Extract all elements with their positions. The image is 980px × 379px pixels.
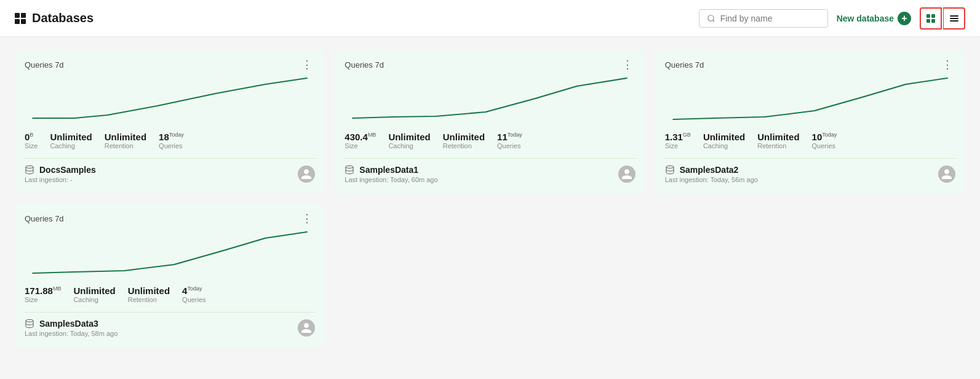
stat-queries: 10Today Queries xyxy=(812,132,837,150)
header-right: New database + xyxy=(699,7,965,30)
last-ingestion: Last ingestion: Today, 58m ago xyxy=(25,330,118,337)
size-value: 1.31GB xyxy=(665,132,691,142)
chart-area xyxy=(25,229,315,278)
stat-caching: Unlimited Caching xyxy=(73,285,115,303)
db-name-row: SamplesData3 xyxy=(25,319,118,329)
db-info: SamplesData1 Last ingestion: Today, 60m … xyxy=(345,165,437,183)
size-label: Size xyxy=(25,296,61,303)
avatar-icon xyxy=(300,168,313,180)
card-footer: SamplesData3 Last ingestion: Today, 58m … xyxy=(25,312,315,337)
stat-size: 0B Size xyxy=(25,132,38,150)
retention-value: Unlimited xyxy=(105,132,146,142)
size-label: Size xyxy=(345,142,376,150)
grid-view-button[interactable] xyxy=(920,7,942,30)
stat-caching: Unlimited Caching xyxy=(388,132,430,150)
avatar-icon xyxy=(621,168,633,180)
size-value: 0B xyxy=(25,132,38,142)
header: Databases New database + xyxy=(0,0,980,37)
card-header: Queries 7d ⋮ xyxy=(25,213,315,224)
header-left: Databases xyxy=(15,11,699,25)
db-card: Queries 7d ⋮ 171.88MB Size Unlimited Cac… xyxy=(15,203,325,347)
grid-view-icon xyxy=(926,14,935,23)
new-database-label: New database xyxy=(837,14,894,23)
queries-label: Queries xyxy=(159,142,184,150)
database-icon xyxy=(665,165,675,175)
avatar xyxy=(938,166,955,183)
db-info: SamplesData3 Last ingestion: Today, 58m … xyxy=(25,319,118,337)
chart-area xyxy=(25,75,315,124)
queries-value: 4Today xyxy=(182,285,206,296)
stat-size: 171.88MB Size xyxy=(25,285,61,303)
caching-value: Unlimited xyxy=(388,132,430,142)
db-card: Queries 7d ⋮ 0B Size Unlimited Caching U… xyxy=(15,49,325,193)
avatar-icon xyxy=(300,322,313,334)
more-options-button[interactable]: ⋮ xyxy=(299,213,315,224)
stats-row: 171.88MB Size Unlimited Caching Unlimite… xyxy=(25,285,315,303)
queries-label: Queries xyxy=(812,142,837,150)
svg-point-0 xyxy=(707,15,713,20)
search-input[interactable] xyxy=(720,14,820,23)
chart-svg xyxy=(25,229,315,278)
search-box[interactable] xyxy=(699,9,828,28)
avatar xyxy=(298,166,315,183)
avatar xyxy=(298,319,315,337)
stat-queries: 4Today Queries xyxy=(182,285,206,303)
chart-label: Queries 7d xyxy=(25,214,64,223)
stats-row: 1.31GB Size Unlimited Caching Unlimited … xyxy=(665,132,955,150)
queries-label: Queries xyxy=(497,142,522,150)
retention-value: Unlimited xyxy=(128,285,170,296)
db-name-row: DocsSamples xyxy=(25,165,96,175)
chart-svg xyxy=(25,75,315,124)
db-name[interactable]: SamplesData3 xyxy=(39,319,98,329)
stat-caching: Unlimited Caching xyxy=(703,132,745,150)
last-ingestion: Last ingestion: Today, 56m ago xyxy=(665,176,758,183)
database-icon xyxy=(345,165,354,175)
db-card: Queries 7d ⋮ 1.31GB Size Unlimited Cachi… xyxy=(655,49,965,193)
last-ingestion: Last ingestion: Today, 60m ago xyxy=(345,176,437,183)
stat-queries: 11Today Queries xyxy=(497,132,522,150)
card-header: Queries 7d ⋮ xyxy=(345,59,635,70)
card-header: Queries 7d ⋮ xyxy=(25,59,315,70)
chart-label: Queries 7d xyxy=(25,60,64,70)
retention-label: Retention xyxy=(443,142,485,150)
svg-line-1 xyxy=(712,20,714,22)
queries-label: Queries xyxy=(182,296,206,303)
avatar-icon xyxy=(941,168,953,180)
size-label: Size xyxy=(25,142,38,150)
queries-value: 18Today xyxy=(159,132,184,142)
db-name[interactable]: DocsSamples xyxy=(39,165,96,175)
stat-caching: Unlimited Caching xyxy=(50,132,92,150)
db-info: DocsSamples Last ingestion: - xyxy=(25,165,96,183)
stat-retention: Unlimited Retention xyxy=(757,132,799,150)
db-card: Queries 7d ⋮ 430.4MB Size Unlimited Cach… xyxy=(335,49,645,193)
svg-point-2 xyxy=(26,166,33,168)
more-options-button[interactable]: ⋮ xyxy=(299,59,315,70)
chart-label: Queries 7d xyxy=(665,60,704,70)
size-value: 430.4MB xyxy=(345,132,376,142)
grid-icon xyxy=(15,13,26,24)
retention-label: Retention xyxy=(128,296,170,303)
stat-retention: Unlimited Retention xyxy=(128,285,170,303)
db-info: SamplesData2 Last ingestion: Today, 56m … xyxy=(665,165,758,183)
size-value: 171.88MB xyxy=(25,285,61,296)
card-header: Queries 7d ⋮ xyxy=(665,59,955,70)
stat-retention: Unlimited Retention xyxy=(443,132,485,150)
main-content: Queries 7d ⋮ 0B Size Unlimited Caching U… xyxy=(0,37,980,359)
db-name-row: SamplesData1 xyxy=(345,165,437,175)
caching-label: Caching xyxy=(388,142,430,150)
queries-value: 10Today xyxy=(812,132,837,142)
page-title: Databases xyxy=(32,11,94,25)
size-label: Size xyxy=(665,142,691,150)
more-options-button[interactable]: ⋮ xyxy=(619,59,635,70)
stat-size: 430.4MB Size xyxy=(345,132,376,150)
stat-queries: 18Today Queries xyxy=(159,132,184,150)
more-options-button[interactable]: ⋮ xyxy=(939,59,955,70)
list-view-button[interactable] xyxy=(943,7,965,30)
last-ingestion: Last ingestion: - xyxy=(25,176,96,183)
caching-label: Caching xyxy=(703,142,745,150)
queries-value: 11Today xyxy=(497,132,522,142)
db-name[interactable]: SamplesData1 xyxy=(359,165,418,175)
db-name[interactable]: SamplesData2 xyxy=(680,165,739,175)
card-footer: DocsSamples Last ingestion: - xyxy=(25,158,315,183)
new-database-button[interactable]: New database + xyxy=(837,12,911,25)
